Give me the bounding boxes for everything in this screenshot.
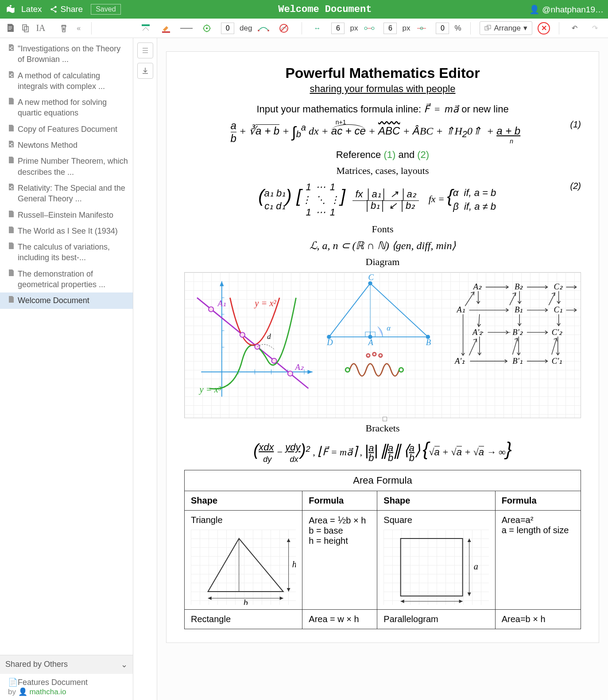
sidebar-file-item[interactable]: A new method for solving quartic equatio… <box>0 94 133 121</box>
curve-icon[interactable] <box>257 22 270 35</box>
svg-point-55 <box>271 358 276 363</box>
cell-square-formula: Area=a²a = length of size <box>495 510 581 609</box>
svg-text:C'₁: C'₁ <box>552 356 562 365</box>
th-shape-2: Shape <box>377 491 495 510</box>
sidebar-file-item[interactable]: Russell–Einstein Manifesto <box>0 207 133 223</box>
canvas[interactable]: Powerful Mathematics Editor sharing your… <box>157 38 608 700</box>
cell-parallelogram-formula: Area=b × h <box>495 609 581 629</box>
svg-text:A: A <box>367 338 373 347</box>
svg-text:B'₂: B'₂ <box>512 327 523 337</box>
matrices-header: Matrices, cases, layouts <box>184 165 581 177</box>
sidebar-file-item[interactable]: Copy of Features Document <box>0 121 133 137</box>
pct-label: % <box>454 24 461 33</box>
file-label: A new method for solving quartic equatio… <box>18 97 128 119</box>
svg-text:α: α <box>387 324 391 332</box>
shared-author-link[interactable]: mathcha.io <box>29 688 66 696</box>
svg-text:a: a <box>474 562 478 571</box>
file-icon <box>8 125 14 135</box>
svg-point-72 <box>399 368 403 372</box>
pct-input[interactable] <box>436 23 449 34</box>
new-doc-icon[interactable] <box>4 22 17 35</box>
width-arrows-icon[interactable]: ↔ <box>311 22 323 35</box>
latex-button[interactable]: Latex <box>21 4 42 14</box>
sidebar-file-item[interactable]: Newtons Method <box>0 137 133 153</box>
fill-top-icon[interactable] <box>139 22 152 35</box>
shared-header[interactable]: Shared by Others⌄ <box>0 655 133 674</box>
shared-item[interactable]: 📄Features Document by 👤 mathcha.io <box>0 674 133 700</box>
outline-icon[interactable] <box>137 42 153 58</box>
no-curve-icon[interactable] <box>278 22 290 35</box>
svg-point-62 <box>368 281 372 285</box>
svg-point-9 <box>364 27 367 30</box>
svg-rect-15 <box>487 25 491 29</box>
arrange-dropdown[interactable]: Arrange ▾ <box>480 21 532 35</box>
fonts-header: Fonts <box>184 223 581 235</box>
px-label-1: px <box>350 24 358 33</box>
rotation-input[interactable] <box>221 23 234 34</box>
file-icon <box>8 269 14 279</box>
undo-icon[interactable]: ↶ <box>568 22 581 35</box>
file-label: Prime Number Theorem, which describes th… <box>18 156 128 177</box>
svg-point-74 <box>373 353 376 356</box>
paint-icon[interactable] <box>160 22 172 35</box>
copy-doc-icon[interactable] <box>19 22 32 35</box>
harrow-icon[interactable] <box>415 22 428 35</box>
sidebar-file-item[interactable]: The World as I See It (1934) <box>0 223 133 239</box>
hgap-icon[interactable] <box>363 22 376 35</box>
redo-icon[interactable]: ↷ <box>589 22 601 35</box>
trash-icon[interactable] <box>58 22 70 35</box>
sidebar-file-item[interactable]: A method of calculating integrals with c… <box>0 68 133 95</box>
svg-text:y = x²: y = x² <box>254 298 276 308</box>
document-title: Welcome Document <box>121 4 529 15</box>
file-label: Welcome Document <box>18 295 89 306</box>
gap-input[interactable] <box>383 23 397 34</box>
px-label-2: px <box>402 24 410 33</box>
width-input[interactable] <box>331 23 345 34</box>
file-label: Newtons Method <box>18 140 77 150</box>
svg-text:A₁: A₁ <box>217 298 226 308</box>
svg-rect-0 <box>142 24 150 26</box>
svg-text:C₂: C₂ <box>554 282 562 291</box>
sidebar-file-item[interactable]: Relativity: The Special and the General … <box>0 180 133 207</box>
text-ia-icon[interactable]: IA <box>35 22 47 35</box>
file-icon <box>8 141 14 150</box>
svg-point-4 <box>206 27 208 29</box>
cell-square: Square a a <box>377 510 495 609</box>
cell-rectangle-formula: Area = w × h <box>302 609 377 629</box>
svg-text:B'₁: B'₁ <box>512 356 522 365</box>
top-bar: Latex Share Saved Welcome Document 👤 @nh… <box>0 0 608 19</box>
rotate-target-icon[interactable] <box>201 22 213 35</box>
sidebar-file-item[interactable]: "Investigations on the Theory of Brownia… <box>0 41 133 68</box>
svg-point-71 <box>345 368 349 372</box>
sidebar-file-item[interactable]: Welcome Document <box>0 292 133 308</box>
svg-rect-1 <box>162 31 170 33</box>
toolbar: IA « deg ↔ px px % Arrange ▾ ✕ ↶ ↷ <box>0 19 608 38</box>
svg-text:y = x³: y = x³ <box>199 385 221 395</box>
equation-1: ab + ∛a + b + ∫ba dx + n+1ac + ce + ABC … <box>184 119 581 145</box>
sidebar-file-item[interactable]: The calculus of variations, including it… <box>0 239 133 266</box>
svg-text:A₁: A₁ <box>456 304 465 314</box>
equation-2: (a₁ b₁c₁ d₁) [1 ⋯ 1⋮ ⋱ ⋮1 ⋯ 1] fx │a₁│ ↗… <box>184 181 581 219</box>
area-formula-table: Area Formula Shape Formula Shape Formula… <box>184 470 581 629</box>
sidebar-file-item[interactable]: Prime Number Theorem, which describes th… <box>0 153 133 180</box>
svg-text:B: B <box>426 338 431 347</box>
sidebar-file-item[interactable]: The demonstration of geometrical propert… <box>0 266 133 293</box>
svg-text:h: h <box>292 559 296 569</box>
line-icon[interactable] <box>180 22 193 35</box>
share-button[interactable]: Share <box>50 4 83 14</box>
file-label: A method of calculating integrals with c… <box>18 70 128 92</box>
download-icon[interactable] <box>137 63 153 79</box>
cell-rectangle: Rectangle <box>185 609 302 629</box>
saved-indicator: Saved <box>91 4 120 15</box>
svg-point-56 <box>288 371 293 376</box>
svg-marker-58 <box>329 283 428 337</box>
collapse-sidebar-icon[interactable]: « <box>77 24 81 32</box>
resize-handle[interactable] <box>383 417 387 421</box>
file-icon <box>8 211 14 220</box>
file-list: "Investigations on the Theory of Brownia… <box>0 38 133 655</box>
user-menu[interactable]: 👤 @nhatphan19… <box>529 4 604 15</box>
svg-text:d: d <box>267 332 271 341</box>
delete-button[interactable]: ✕ <box>538 22 550 35</box>
diagram-area[interactable]: y = x² y = x³ A₁ A₂ d C D <box>184 272 581 418</box>
right-rail <box>133 38 157 700</box>
